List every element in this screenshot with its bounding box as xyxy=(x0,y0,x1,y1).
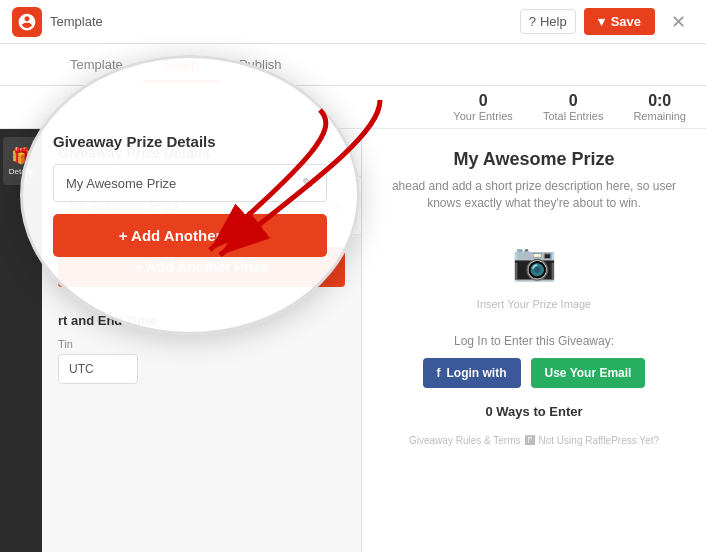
main-window: Template ? Help ▾ Save ✕ Template Setup … xyxy=(0,0,706,552)
chevron-icon: ▾ xyxy=(598,14,605,29)
your-entries-stat: 0 Your Entries xyxy=(453,92,513,122)
right-panel: My Awesome Prize ahead and add a short p… xyxy=(362,129,706,552)
help-button[interactable]: ? Help xyxy=(520,9,576,34)
preview-prize-title: My Awesome Prize xyxy=(453,149,614,170)
template-label: Template xyxy=(50,14,103,29)
total-entries-stat: 0 Total Entries xyxy=(543,92,604,122)
prize-image-placeholder[interactable]: 📷 xyxy=(499,232,569,292)
circle-edit-icon: ✎ xyxy=(302,175,314,191)
ways-to-enter-label: 0 Ways to Enter xyxy=(485,404,582,419)
preview-buttons: f Login with Use Your Email xyxy=(423,358,646,388)
facebook-login-button[interactable]: f Login with xyxy=(423,358,521,388)
app-logo xyxy=(12,7,42,37)
timezone-label: Tin xyxy=(58,338,345,350)
preview-card: My Awesome Prize ahead and add a short p… xyxy=(362,129,706,552)
question-icon: ? xyxy=(529,14,536,29)
insert-image-label: Insert Your Prize Image xyxy=(477,298,591,310)
circle-prize-name: My Awesome Prize xyxy=(66,176,294,191)
circle-prize-row: My Awesome Prize ✎ xyxy=(53,164,327,202)
save-button[interactable]: ▾ Save xyxy=(584,8,655,35)
camera-icon: 📷 xyxy=(512,241,557,283)
facebook-icon: f xyxy=(437,366,441,380)
remaining-stat: 0:0 Remaining xyxy=(633,92,686,122)
login-label: Log In to Enter this Giveaway: xyxy=(454,334,614,348)
topbar: Template ? Help ▾ Save ✕ xyxy=(0,0,706,44)
circle-add-prize-button[interactable]: + Add Another Prize xyxy=(53,214,327,257)
circle-content: Giveaway Prize Details My Awesome Prize … xyxy=(23,113,357,277)
close-button[interactable]: ✕ xyxy=(663,7,694,37)
preview-prize-desc: ahead and add a short prize description … xyxy=(382,178,686,212)
circle-section-title: Giveaway Prize Details xyxy=(53,133,327,150)
magnify-overlay: Giveaway Prize Details My Awesome Prize … xyxy=(20,55,360,335)
email-login-button[interactable]: Use Your Email xyxy=(531,358,646,388)
rafflpress-badge: 🅿 xyxy=(525,435,535,446)
preview-footer: Giveaway Rules & Terms 🅿 Not Using Raffl… xyxy=(409,435,659,446)
timezone-input[interactable] xyxy=(58,354,138,384)
